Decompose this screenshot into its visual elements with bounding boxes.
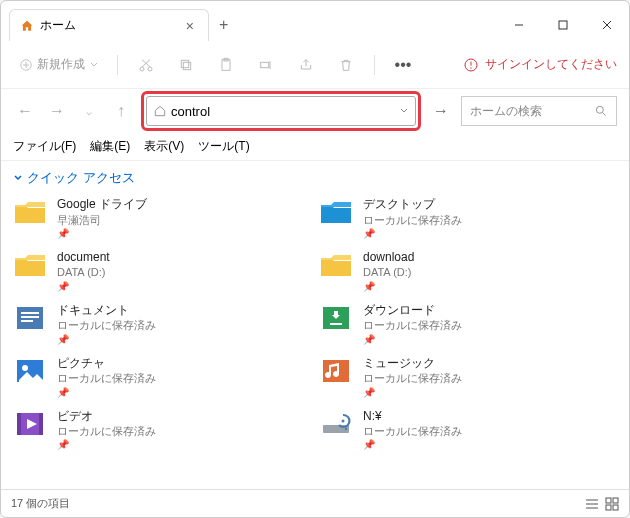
svg-rect-12 bbox=[181, 60, 188, 67]
svg-rect-11 bbox=[183, 62, 190, 69]
quick-access-label: クイック アクセス bbox=[27, 169, 135, 187]
alert-icon bbox=[463, 57, 479, 73]
pin-icon: 📌 bbox=[363, 280, 414, 293]
minimize-button[interactable] bbox=[497, 9, 541, 41]
svg-rect-25 bbox=[21, 320, 33, 322]
pin-icon: 📌 bbox=[57, 386, 156, 399]
pin-icon: 📌 bbox=[57, 280, 110, 293]
item-name: document bbox=[57, 250, 110, 266]
svg-point-8 bbox=[148, 67, 152, 71]
tab-close-button[interactable]: × bbox=[182, 18, 198, 34]
quick-access-header[interactable]: クイック アクセス bbox=[13, 169, 617, 187]
address-bar-highlight bbox=[141, 91, 421, 131]
close-button[interactable] bbox=[585, 9, 629, 41]
nav-row: ← → ⌵ ↑ → ホームの検索 bbox=[1, 89, 629, 133]
go-button[interactable]: → bbox=[429, 102, 453, 120]
chevron-down-icon bbox=[13, 173, 23, 183]
tab-home[interactable]: ホーム × bbox=[9, 9, 209, 41]
trash-icon bbox=[338, 57, 354, 73]
tab-title: ホーム bbox=[40, 17, 76, 34]
paste-button[interactable] bbox=[210, 49, 242, 81]
copy-button[interactable] bbox=[170, 49, 202, 81]
new-button[interactable]: 新規作成 bbox=[13, 52, 105, 77]
chevron-down-icon[interactable] bbox=[399, 106, 409, 116]
list-item[interactable]: N:¥ローカルに保存済み📌 bbox=[319, 407, 617, 454]
item-name: download bbox=[363, 250, 414, 266]
svg-rect-15 bbox=[261, 62, 269, 67]
svg-rect-30 bbox=[323, 360, 349, 382]
svg-point-20 bbox=[596, 106, 603, 113]
item-name: ダウンロード bbox=[363, 303, 462, 319]
folder-icon bbox=[319, 303, 355, 333]
folder-icon bbox=[319, 409, 355, 439]
pin-icon: 📌 bbox=[57, 227, 147, 240]
details-view-button[interactable] bbox=[585, 497, 599, 511]
svg-line-21 bbox=[603, 113, 606, 116]
menu-edit[interactable]: 編集(E) bbox=[90, 138, 130, 155]
item-sub: DATA (D:) bbox=[363, 265, 414, 279]
back-button[interactable]: ← bbox=[13, 99, 37, 123]
home-icon bbox=[153, 104, 167, 118]
pin-icon: 📌 bbox=[363, 333, 462, 346]
list-item[interactable]: ドキュメントローカルに保存済み📌 bbox=[13, 301, 311, 348]
item-name: ミュージック bbox=[363, 356, 462, 372]
menu-tools[interactable]: ツール(T) bbox=[198, 138, 249, 155]
list-item[interactable]: downloadDATA (D:)📌 bbox=[319, 248, 617, 295]
svg-rect-33 bbox=[39, 413, 43, 435]
svg-rect-40 bbox=[606, 498, 611, 503]
list-item[interactable]: documentDATA (D:)📌 bbox=[13, 248, 311, 295]
maximize-button[interactable] bbox=[541, 9, 585, 41]
folder-icon bbox=[13, 356, 49, 386]
share-icon bbox=[298, 57, 314, 73]
address-bar[interactable] bbox=[146, 96, 416, 126]
item-sub: ローカルに保存済み bbox=[363, 213, 462, 227]
new-button-label: 新規作成 bbox=[37, 56, 85, 73]
share-button[interactable] bbox=[290, 49, 322, 81]
svg-rect-41 bbox=[613, 498, 618, 503]
address-input[interactable] bbox=[167, 104, 399, 119]
menu-file[interactable]: ファイル(F) bbox=[13, 138, 76, 155]
search-icon bbox=[594, 104, 608, 118]
toolbar: 新規作成 ••• サインインしてください bbox=[1, 41, 629, 89]
clipboard-icon bbox=[218, 57, 234, 73]
list-item[interactable]: ピクチャローカルに保存済み📌 bbox=[13, 354, 311, 401]
menubar: ファイル(F) 編集(E) 表示(V) ツール(T) bbox=[1, 133, 629, 161]
menu-view[interactable]: 表示(V) bbox=[144, 138, 184, 155]
icons-view-button[interactable] bbox=[605, 497, 619, 511]
svg-point-7 bbox=[140, 67, 144, 71]
cut-button[interactable] bbox=[130, 49, 162, 81]
item-sub: ローカルに保存済み bbox=[57, 424, 156, 438]
list-item[interactable]: ミュージックローカルに保存済み📌 bbox=[319, 354, 617, 401]
svg-point-35 bbox=[345, 427, 347, 429]
up-button[interactable]: ↑ bbox=[109, 99, 133, 123]
list-item[interactable]: ビデオローカルに保存済み📌 bbox=[13, 407, 311, 454]
pin-icon: 📌 bbox=[363, 227, 462, 240]
status-count: 17 個の項目 bbox=[11, 496, 70, 511]
svg-point-19 bbox=[470, 67, 471, 68]
item-sub: DATA (D:) bbox=[57, 265, 110, 279]
svg-rect-1 bbox=[559, 21, 567, 29]
rename-button[interactable] bbox=[250, 49, 282, 81]
forward-button[interactable]: → bbox=[45, 99, 69, 123]
delete-button[interactable] bbox=[330, 49, 362, 81]
more-button[interactable]: ••• bbox=[387, 49, 419, 81]
item-sub: ローカルに保存済み bbox=[363, 318, 462, 332]
svg-point-36 bbox=[342, 419, 345, 422]
list-item[interactable]: Google ドライブ早瀬浩司📌 bbox=[13, 195, 311, 242]
list-item[interactable]: デスクトップローカルに保存済み📌 bbox=[319, 195, 617, 242]
svg-rect-27 bbox=[330, 323, 342, 325]
pin-icon: 📌 bbox=[363, 438, 462, 451]
folder-icon bbox=[319, 197, 355, 227]
search-box[interactable]: ホームの検索 bbox=[461, 96, 617, 126]
svg-rect-32 bbox=[17, 413, 21, 435]
signin-prompt[interactable]: サインインしてください bbox=[463, 56, 617, 73]
recent-dropdown[interactable]: ⌵ bbox=[77, 99, 101, 123]
new-tab-button[interactable]: + bbox=[209, 9, 238, 41]
item-name: ピクチャ bbox=[57, 356, 156, 372]
list-item[interactable]: ダウンロードローカルに保存済み📌 bbox=[319, 301, 617, 348]
item-name: Google ドライブ bbox=[57, 197, 147, 213]
pin-icon: 📌 bbox=[57, 438, 156, 451]
folder-icon bbox=[13, 197, 49, 227]
item-name: デスクトップ bbox=[363, 197, 462, 213]
chevron-down-icon bbox=[89, 60, 99, 70]
